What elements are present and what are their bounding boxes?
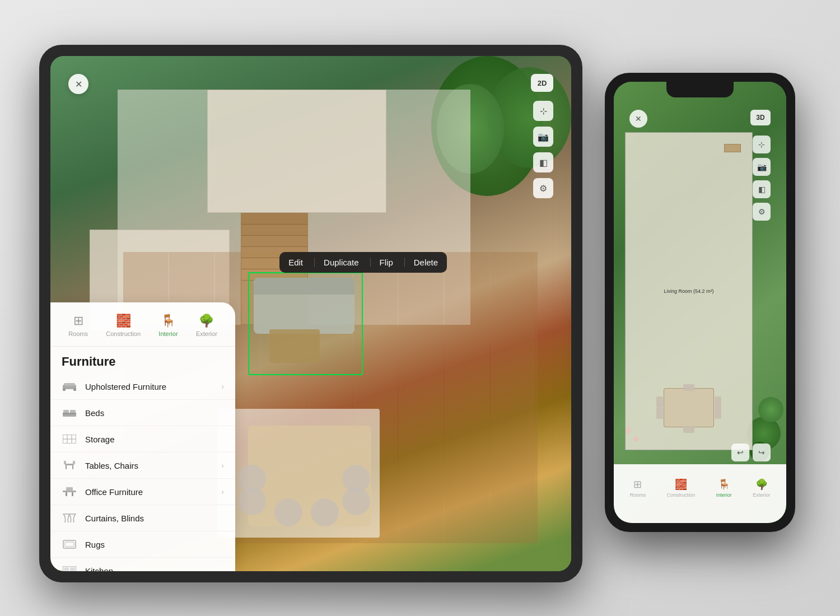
scene-wrapper: Edit Duplicate Flip Delete ✕ 2D ⊹ 📷 ◧ ⚙ [28,28,812,588]
phone-view-mode-button[interactable]: 3D [750,110,771,125]
phone-tab-exterior[interactable]: 🌳 Exterior [753,478,770,498]
list-item-storage[interactable]: Storage [50,426,235,452]
context-menu: Edit Duplicate Flip Delete [279,252,447,273]
phone-interior-icon: 🪑 [718,478,730,491]
office-icon [62,486,77,497]
list-item-kitchen[interactable]: Kitchen [50,558,235,571]
phone-shelf [724,144,741,152]
svg-rect-3 [73,388,76,391]
tablet-device: Edit Duplicate Flip Delete ✕ 2D ⊹ 📷 ◧ ⚙ [39,45,582,582]
phone-tab-interior[interactable]: 🪑 Interior [716,478,732,498]
tables-chairs-chevron: › [221,461,224,470]
phone-exterior-icon: 🌳 [755,478,768,491]
phone-tab-construction[interactable]: 🧱 Construction [667,478,696,498]
phone-device: Living Room (54.2 m²) ✕ 3D [605,73,795,532]
curtains-label: Curtains, Blinds [85,514,224,523]
interior-icon: 🪑 [161,314,176,328]
phone-view-mode-label: 3D [756,114,764,122]
list-item-curtains[interactable]: Curtains, Blinds [50,505,235,531]
context-flip[interactable]: Flip [370,258,393,267]
phone-rooms-icon: ⊞ [633,478,642,491]
svg-rect-25 [64,567,69,571]
svg-rect-23 [65,542,74,547]
upholstered-icon [62,381,77,392]
settings-icon[interactable]: ⚙ [533,178,553,198]
phone-tree-2 [758,397,783,422]
context-delete[interactable]: Delete [404,258,438,267]
tab-interior[interactable]: 🪑 Interior [154,311,182,339]
phone-chair-right-2 [715,396,721,408]
redo-button[interactable]: ↪ [753,444,771,461]
floor-plan-area: Living Room (54.2 m²) [625,132,753,450]
list-item-rugs[interactable]: Rugs [50,531,235,558]
list-item-office[interactable]: Office Furniture › [50,479,235,505]
context-duplicate[interactable]: Duplicate [314,258,359,267]
dining-chair-4 [342,465,370,493]
phone-dining-table [664,388,714,427]
phone-layers-icon[interactable]: ◧ [753,180,771,198]
room-label: Living Room (54.2 m²) [664,288,713,294]
phone-chair-top [683,384,694,391]
furniture-title: Furniture [50,347,235,374]
undo-button[interactable]: ↩ [731,444,749,461]
phone-expand-icon[interactable]: ⊹ [753,136,771,153]
dining-chair-6 [311,498,339,526]
svg-rect-13 [66,465,67,469]
phone-tab-rooms[interactable]: ⊞ Rooms [630,478,646,498]
office-chevron: › [221,487,224,496]
dining-chair-5 [274,498,302,526]
kitchen-label: Kitchen [85,566,224,572]
phone-settings-icon[interactable]: ⚙ [753,203,771,221]
phone-interior-label: Interior [716,492,732,498]
phone-chair-bottom [683,426,694,433]
bedroom-area [207,90,386,213]
kitchen-icon [62,565,77,571]
curtains-icon [62,512,77,524]
svg-rect-16 [73,461,75,464]
rugs-icon [62,539,77,550]
tab-rooms-label: Rooms [68,330,88,337]
svg-rect-18 [66,492,67,496]
panel-tab-bar: ⊞ Rooms 🧱 Construction 🪑 Interior 🌳 Exte… [50,311,235,347]
svg-rect-26 [70,567,75,571]
tab-rooms[interactable]: ⊞ Rooms [64,311,92,339]
svg-rect-1 [64,383,75,386]
selection-box [248,272,363,375]
beds-icon [62,407,77,418]
svg-rect-20 [66,487,73,491]
tab-exterior[interactable]: 🌳 Exterior [192,311,222,339]
svg-rect-7 [63,413,76,414]
list-item-beds[interactable]: Beds [50,400,235,426]
close-icon: ✕ [75,79,82,90]
dining-chair-2 [238,465,266,493]
tab-construction[interactable]: 🧱 Construction [101,311,145,339]
beds-label: Beds [85,408,224,418]
list-item-upholstered[interactable]: Upholstered Furniture › [50,374,235,400]
expand-icon[interactable]: ⊹ [533,101,553,121]
phone-exterior-label: Exterior [753,492,770,498]
camera-icon[interactable]: 📷 [533,127,553,147]
phone-right-toolbar: ⊹ 📷 ◧ ⚙ [753,136,771,221]
svg-rect-15 [64,461,66,464]
tablet-view-mode-button[interactable]: 2D [531,74,553,92]
tables-chairs-icon [62,460,77,471]
tablet-close-button[interactable]: ✕ [68,74,88,94]
phone-screen: Living Room (54.2 m²) ✕ 3D [614,82,786,523]
context-edit[interactable]: Edit [288,258,303,267]
phone-undo-redo: ↩ ↪ [731,444,771,461]
phone-chair-left-1 [656,408,663,419]
phone-construction-label: Construction [667,492,696,498]
layers-icon[interactable]: ◧ [533,152,553,172]
tablet-screen: Edit Duplicate Flip Delete ✕ 2D ⊹ 📷 ◧ ⚙ [50,56,571,571]
phone-close-icon: ✕ [635,114,642,123]
tablet-right-toolbar: ⊹ 📷 ◧ ⚙ [533,101,553,198]
phone-bottom-nav: ⊞ Rooms 🧱 Construction 🪑 Interior 🌳 Exte… [614,464,786,523]
phone-camera-icon[interactable]: 📷 [753,158,771,176]
phone-close-button[interactable]: ✕ [629,110,647,128]
list-item-tables-chairs[interactable]: Tables, Chairs › [50,452,235,479]
construction-icon: 🧱 [116,314,131,328]
storage-icon [62,433,77,445]
upholstered-label: Upholstered Furniture [85,382,221,391]
tab-exterior-label: Exterior [196,330,217,337]
exterior-icon: 🌳 [199,314,214,328]
